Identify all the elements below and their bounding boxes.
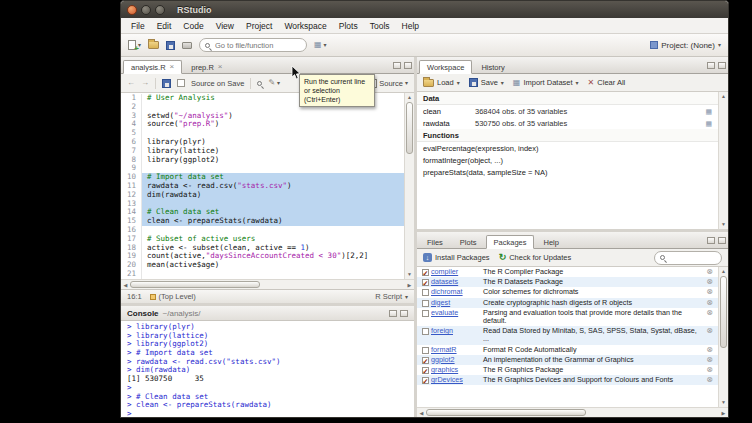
scroll-up-icon[interactable]: ▲ <box>405 93 414 102</box>
workspace-vertical-scrollbar[interactable]: ▲ ▼ <box>718 92 728 229</box>
scrollbar-track[interactable] <box>719 276 728 398</box>
new-file-button[interactable]: ▾ <box>128 40 141 50</box>
install-packages-button[interactable]: ↓Install Packages <box>423 253 490 262</box>
minimize-pane-icon[interactable] <box>389 310 397 317</box>
menu-code[interactable]: Code <box>177 19 209 33</box>
package-checkbox[interactable]: ✓ <box>419 366 431 374</box>
scroll-left-icon[interactable]: ◀ <box>121 280 130 289</box>
scroll-up-icon[interactable]: ▲ <box>719 267 728 276</box>
source-on-save-checkbox[interactable] <box>177 79 185 87</box>
package-link[interactable]: foreign <box>431 327 479 335</box>
close-window-button[interactable] <box>127 5 137 15</box>
print-button[interactable] <box>182 42 192 49</box>
scrollbar-track[interactable] <box>719 101 728 220</box>
maximize-pane-icon[interactable] <box>718 237 726 244</box>
save-source-icon[interactable] <box>162 79 171 88</box>
save-workspace-button[interactable]: Save▾ <box>469 78 504 87</box>
package-link[interactable]: grDevices <box>431 376 479 384</box>
menu-tools[interactable]: Tools <box>364 19 396 33</box>
menu-help[interactable]: Help <box>396 19 425 33</box>
scrollbar-track[interactable] <box>130 280 405 289</box>
find-icon[interactable] <box>257 81 262 86</box>
forward-icon[interactable]: → <box>141 79 149 87</box>
scroll-down-icon[interactable]: ▼ <box>405 270 414 279</box>
scroll-up-icon[interactable]: ▲ <box>719 92 728 101</box>
code-tools-button[interactable]: ✎▾ <box>268 79 280 87</box>
goto-file-input[interactable] <box>213 40 301 51</box>
maximize-pane-icon[interactable] <box>400 310 408 317</box>
close-tab-icon[interactable]: × <box>218 63 223 71</box>
workspace-function-row[interactable]: formatInteger(object, ...) <box>417 154 718 166</box>
tab-prep-r[interactable]: prep.R× <box>183 60 230 74</box>
maximize-pane-icon[interactable] <box>718 62 726 69</box>
package-link[interactable]: compiler <box>431 268 479 276</box>
tab-analysis-r[interactable]: analysis.R× <box>123 60 182 74</box>
package-link[interactable]: digest <box>431 299 479 307</box>
tab-workspace[interactable]: Workspace <box>419 60 472 74</box>
minimize-pane-icon[interactable] <box>393 62 401 69</box>
menu-plots[interactable]: Plots <box>333 19 364 33</box>
scrollbar-track[interactable] <box>405 102 414 270</box>
remove-package-icon[interactable]: ⊗ <box>703 268 716 276</box>
package-checkbox[interactable] <box>419 327 431 335</box>
back-icon[interactable]: ← <box>127 79 135 87</box>
minimize-pane-icon[interactable] <box>707 237 715 244</box>
menu-project[interactable]: Project <box>240 19 278 33</box>
package-link[interactable]: dichromat <box>431 288 479 296</box>
packages-vertical-scrollbar[interactable]: ▲ ▼ <box>718 267 728 407</box>
minimize-window-button[interactable] <box>141 5 151 15</box>
scroll-right-icon[interactable]: ▶ <box>405 280 414 289</box>
scrollbar-thumb[interactable] <box>426 409 586 416</box>
package-link[interactable]: evaluate <box>431 309 479 317</box>
remove-package-icon[interactable]: ⊗ <box>703 346 716 354</box>
code-editor[interactable]: 1# User Analysis 2 3setwd("~/analysis") … <box>121 93 414 279</box>
package-checkbox[interactable]: ✓ <box>419 278 431 286</box>
packages-horizontal-scrollbar[interactable]: ◀ ▶ <box>417 407 728 417</box>
remove-package-icon[interactable]: ⊗ <box>703 299 716 307</box>
remove-package-icon[interactable]: ⊗ <box>703 278 716 286</box>
view-data-icon[interactable]: ▦ <box>705 120 712 128</box>
import-dataset-button[interactable]: ▦Import Dataset▾ <box>513 78 579 87</box>
editor-vertical-scrollbar[interactable]: ▲ ▼ <box>404 93 414 279</box>
package-checkbox[interactable] <box>419 288 431 296</box>
scrollbar-thumb[interactable] <box>406 102 413 154</box>
close-tab-icon[interactable]: × <box>170 63 175 71</box>
scroll-left-icon[interactable]: ◀ <box>417 408 426 417</box>
scrollbar-thumb[interactable] <box>130 281 260 288</box>
tab-history[interactable]: History <box>473 60 512 74</box>
save-button[interactable] <box>166 41 175 50</box>
remove-package-icon[interactable]: ⊗ <box>703 288 716 296</box>
scroll-down-icon[interactable]: ▼ <box>719 220 728 229</box>
tab-packages[interactable]: Packages <box>486 235 535 249</box>
workspace-data-row[interactable]: clean 368404 obs. of 35 variables ▦ <box>417 105 718 117</box>
remove-package-icon[interactable]: ⊗ <box>703 309 716 317</box>
package-checkbox[interactable]: ✓ <box>419 268 431 276</box>
package-checkbox[interactable] <box>419 299 431 307</box>
clear-all-button[interactable]: ✕Clear All <box>588 78 626 87</box>
remove-package-icon[interactable]: ⊗ <box>703 366 716 374</box>
editor-horizontal-scrollbar[interactable]: ◀ ▶ <box>121 279 414 289</box>
package-checkbox[interactable]: ✓ <box>419 376 431 384</box>
package-link[interactable]: formatR <box>431 346 479 354</box>
menu-edit[interactable]: Edit <box>151 19 178 33</box>
package-link[interactable]: datasets <box>431 278 479 286</box>
menu-workspace[interactable]: Workspace <box>278 19 332 33</box>
package-checkbox[interactable]: ✓ <box>419 356 431 364</box>
tab-files[interactable]: Files <box>419 235 451 249</box>
project-selector[interactable]: Project: (None) ▾ <box>650 41 721 50</box>
workspace-data-row[interactable]: rawdata 530750 obs. of 35 variables ▦ <box>417 117 718 129</box>
workspace-function-row[interactable]: evalPercentage(expression, index) <box>417 142 718 154</box>
package-checkbox[interactable] <box>419 346 431 354</box>
source-button[interactable]: Source▾ <box>370 79 408 88</box>
panes-layout-button[interactable]: ▦▾ <box>314 41 327 49</box>
open-file-button[interactable] <box>148 41 159 49</box>
scrollbar-thumb[interactable] <box>720 276 727 348</box>
package-link[interactable]: graphics <box>431 366 479 374</box>
scope-selector[interactable]: (Top Level) <box>150 292 196 301</box>
remove-package-icon[interactable]: ⊗ <box>703 327 716 335</box>
package-search-input[interactable] <box>668 252 716 263</box>
workspace-function-row[interactable]: prepareStats(data, sampleSize = NA) <box>417 166 718 178</box>
maximize-pane-icon[interactable] <box>404 62 412 69</box>
scroll-right-icon[interactable]: ▶ <box>719 408 728 417</box>
view-data-icon[interactable]: ▦ <box>705 108 712 116</box>
